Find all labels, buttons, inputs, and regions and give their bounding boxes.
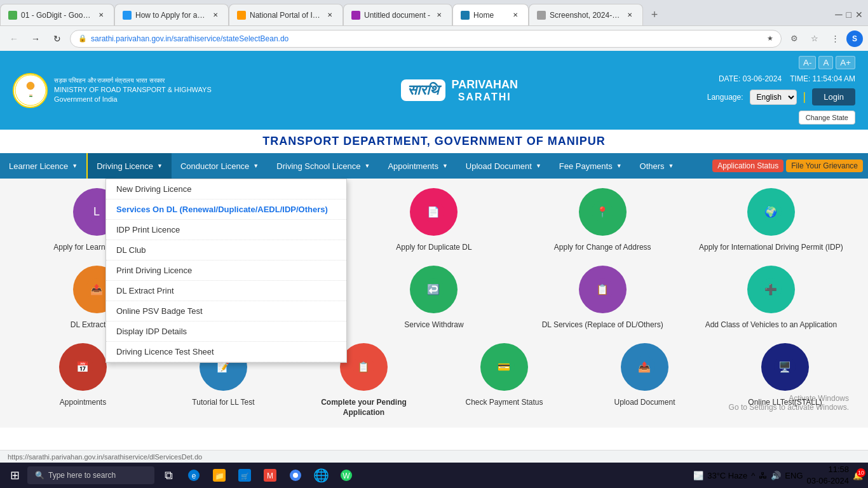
dropdown-print-dl[interactable]: Print Driving Licence (106, 261, 346, 281)
parivahan-label: PARIVAHAN (452, 78, 518, 92)
taskbar-app7[interactable]: 🌐 (309, 464, 332, 487)
service-change-address[interactable]: 📍 Apply for Change of Address (525, 188, 681, 253)
font-normal-btn[interactable]: A (818, 56, 833, 69)
start-button[interactable]: ⊞ (5, 466, 25, 485)
toolbar-icons: ⚙ ☆ ⋮ S (785, 30, 863, 48)
maximize-button[interactable]: □ (846, 10, 851, 20)
nav-driving-school[interactable]: Driving School Licence ▼ (268, 153, 379, 179)
tab-close-screenshot[interactable]: ✕ (625, 10, 635, 20)
upload-doc-label: Upload Document (614, 397, 675, 408)
tab-godigit[interactable]: 01 - GoDigit - Googl... ✕ (0, 4, 114, 25)
svg-text:🛒: 🛒 (241, 472, 249, 480)
tab-untitled[interactable]: Untitled document - ✕ (343, 4, 452, 25)
taskbar-task-view[interactable]: ⧉ (157, 464, 180, 487)
font-large-btn[interactable]: A+ (836, 56, 855, 69)
notification-icon[interactable]: 🔔 10 (853, 471, 863, 480)
taskbar-edge[interactable]: e (182, 464, 205, 487)
check-payment-icon: 💳 (480, 343, 528, 391)
tutorial-ll-label: Tutorial for LL Test (192, 397, 254, 408)
service-check-payment[interactable]: 💳 Check Payment Status (440, 343, 568, 419)
nav-learner-licence[interactable]: Learner Licence ▼ (0, 153, 86, 179)
taskbar-store[interactable]: 🛒 (233, 464, 256, 487)
close-window-button[interactable]: ✕ (855, 10, 863, 20)
back-button[interactable]: ← (5, 30, 23, 48)
duplicate-dl-icon: 📄 (410, 188, 458, 236)
tab-close-godigit[interactable]: ✕ (96, 10, 106, 20)
dropdown-display-idp[interactable]: Display IDP Details (106, 322, 346, 342)
new-tab-button[interactable]: + (646, 6, 663, 24)
extensions-icon[interactable]: ⚙ (785, 30, 803, 48)
change-address-icon: 📍 (579, 188, 627, 236)
svg-text:M: M (267, 471, 273, 480)
svg-text:e: e (192, 471, 196, 480)
tab-close-home[interactable]: ✕ (510, 10, 520, 20)
address-text: sarathi.parivahan.gov.in/sarathiservice/… (91, 34, 763, 43)
nav-upload-document[interactable]: Upload Document ▼ (457, 153, 550, 179)
tab-howto[interactable]: How to Apply for a D... ✕ (114, 4, 229, 25)
dept-title: TRANSPORT DEPARTMENT, GOVERNMENT OF MANI… (0, 130, 868, 153)
application-status-badge[interactable]: Application Status (712, 159, 783, 172)
service-add-class[interactable]: ➕ Add Class of Vehicles to an Applicatio… (693, 266, 849, 330)
chevron-up-icon[interactable]: ^ (751, 471, 755, 480)
svg-text:L: L (93, 205, 100, 218)
font-small-btn[interactable]: A- (799, 56, 816, 69)
forward-button[interactable]: → (27, 30, 44, 48)
dropdown-idp-print[interactable]: IDP Print Licence (106, 220, 346, 240)
nav-appointments[interactable]: Appointments ▼ (379, 153, 456, 179)
site-header: 🇮🇳 सड़क परिवहन और राजमार्ग मंत्रालय भारत… (0, 51, 868, 130)
dropdown-dl-club[interactable]: DL Club (106, 240, 346, 261)
taskbar-whatsapp[interactable]: W (335, 464, 358, 487)
taskbar-search[interactable]: 🔍 Type here to search (27, 466, 154, 484)
tab-favicon (237, 11, 246, 20)
date-value: 03-06-2024 (743, 74, 782, 83)
date-label: DATE: (719, 74, 740, 83)
dropdown-test-sheet[interactable]: Driving Licence Test Sheet (106, 342, 346, 362)
file-grievance-badge[interactable]: File Your Grievance (786, 159, 863, 172)
tab-close-untitled[interactable]: ✕ (434, 10, 444, 20)
profile-icon[interactable]: S (846, 30, 863, 47)
tab-close-national[interactable]: ✕ (325, 10, 335, 20)
nav-fee-payments[interactable]: Fee Payments ▼ (550, 153, 631, 179)
address-bar[interactable]: 🔒 sarathi.parivahan.gov.in/sarathiservic… (70, 30, 782, 48)
address-bar-row: ← → ↻ 🔒 sarathi.parivahan.gov.in/sarathi… (0, 25, 868, 51)
tab-national[interactable]: National Portal of Ind... ✕ (229, 4, 343, 25)
india-emblem: 🇮🇳 (13, 73, 48, 108)
nav-others[interactable]: Others ▼ (631, 153, 683, 179)
reload-button[interactable]: ↻ (48, 30, 66, 48)
date-display: 03-06-2024 (807, 475, 850, 487)
browser-status-bar: https://sarathi.parivahan.gov.in/sarathi… (0, 450, 868, 463)
dropdown-new-dl[interactable]: New Driving Licence (106, 179, 346, 200)
service-service-withdraw[interactable]: ↩️ Service Withdraw (356, 266, 512, 330)
login-button[interactable]: Login (812, 88, 855, 105)
service-duplicate-dl[interactable]: 📄 Apply for Duplicate DL (356, 188, 512, 253)
weather-icon: 🌫️ (693, 471, 703, 480)
svg-text:📁: 📁 (215, 471, 224, 480)
taskbar-chrome[interactable] (284, 464, 307, 487)
nav-driving-licence[interactable]: Driving Licence ▼ (86, 153, 172, 179)
service-upload-doc[interactable]: 📤 Upload Document (581, 343, 709, 419)
taskbar-gmail[interactable]: M (259, 464, 281, 487)
tab-screenshot[interactable]: Screenshot, 2024-06... ✕ (529, 4, 643, 25)
taskbar-explorer[interactable]: 📁 (208, 464, 231, 487)
dropdown-psv-badge[interactable]: Online PSV Badge Test (106, 301, 346, 322)
tab-favicon (461, 11, 470, 20)
change-state-button[interactable]: Change State (799, 111, 855, 125)
svg-text:📋: 📋 (596, 283, 609, 295)
nav-conductor-licence[interactable]: Conductor Licence ▼ (172, 153, 268, 179)
dropdown-dl-extract[interactable]: DL Extract Print (106, 281, 346, 301)
minimize-button[interactable]: ─ (835, 9, 842, 20)
tab-favicon (8, 11, 17, 20)
dropdown-services-dl[interactable]: Services On DL (Renewal/Duplicate/AEDL/I… (106, 200, 346, 220)
service-dl-replace[interactable]: 📋 DL Services (Replace of DL/Others) (525, 266, 681, 330)
service-idp[interactable]: 🌍 Apply for International Driving Permit… (693, 188, 849, 253)
bookmark-icon[interactable]: ☆ (806, 30, 824, 48)
tab-close-howto[interactable]: ✕ (210, 10, 220, 20)
divider-icon: | (803, 90, 806, 104)
tab-home[interactable]: Home ✕ (452, 4, 529, 25)
menu-icon[interactable]: ⋮ (826, 30, 844, 48)
nav-bar: Learner Licence ▼ Driving Licence ▼ Cond… (0, 153, 868, 179)
svg-text:🌍: 🌍 (764, 206, 777, 218)
idp-icon: 🌍 (747, 188, 795, 236)
language-select[interactable]: English (750, 90, 797, 105)
service-online-lltest[interactable]: 🖥️ Online LLTest(STALL) (721, 343, 849, 419)
